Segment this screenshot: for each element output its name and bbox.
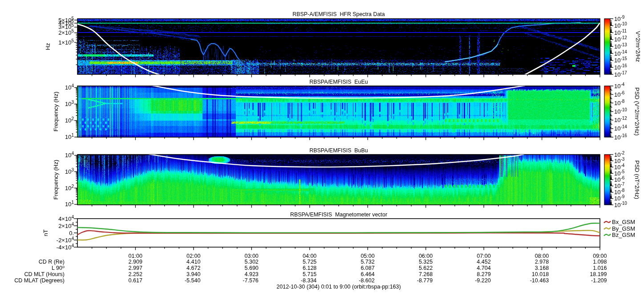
svg-text:10-13: 10-13 [614,42,627,50]
svg-text:4.704: 4.704 [477,265,490,271]
svg-text:PSD (nT^2/Hz): PSD (nT^2/Hz) [634,160,640,199]
svg-text:3.168: 3.168 [535,265,549,271]
svg-text:6.464: 6.464 [360,271,374,277]
svg-text:07:00: 07:00 [477,253,490,259]
svg-text:-4×104: -4×104 [57,243,74,251]
svg-text:05:00: 05:00 [360,253,374,259]
svg-text:V^2/m^2/Hz: V^2/m^2/Hz [635,31,641,62]
svg-text:102: 102 [65,116,74,124]
svg-text:-10.463: -10.463 [530,277,549,284]
svg-text:2×104: 2×104 [58,222,74,229]
svg-text:01:00: 01:00 [129,253,142,259]
svg-text:104: 104 [65,83,74,91]
svg-text:10-6: 10-6 [614,90,625,98]
svg-text:7.268: 7.268 [419,271,433,277]
svg-text:-8.779: -8.779 [417,277,433,284]
svg-text:6.128: 6.128 [303,265,316,271]
svg-text:-8.602: -8.602 [359,277,374,284]
svg-text:10-10: 10-10 [614,201,627,208]
svg-text:10-12: 10-12 [614,116,627,123]
svg-text:-5.540: -5.540 [185,277,200,284]
svg-text:10-12: 10-12 [614,35,627,43]
svg-text:8.279: 8.279 [477,271,490,277]
svg-text:-1.209: -1.209 [591,277,607,284]
svg-text:6.087: 6.087 [360,265,374,271]
svg-text:101: 101 [65,133,74,140]
svg-text:10-10: 10-10 [614,21,627,29]
svg-text:4.672: 4.672 [186,265,200,271]
svg-text:CD MLT (Hours): CD MLT (Hours) [24,271,65,277]
svg-text:02:00: 02:00 [186,253,200,259]
svg-text:5.732: 5.732 [360,259,374,265]
svg-text:103: 103 [65,100,74,107]
svg-text:09:00: 09:00 [593,253,607,259]
svg-text:3.940: 3.940 [186,271,200,277]
svg-text:06:00: 06:00 [419,253,433,259]
svg-text:2.252: 2.252 [129,271,142,277]
svg-text:nT: nT [42,229,49,236]
svg-text:08:00: 08:00 [535,253,549,259]
svg-text:5.302: 5.302 [245,259,259,265]
svg-text:5.725: 5.725 [303,259,316,265]
svg-text:4.410: 4.410 [186,259,200,265]
svg-text:PSD (V^2/m^2/Hz): PSD (V^2/m^2/Hz) [634,87,640,135]
svg-text:-9.220: -9.220 [475,277,490,284]
svg-text:10.018: 10.018 [532,271,549,277]
svg-text:4.923: 4.923 [245,271,259,277]
svg-text:10-8: 10-8 [614,99,625,106]
svg-text:4×104: 4×104 [58,215,74,222]
svg-text:101: 101 [65,200,74,208]
svg-text:-2×104: -2×104 [57,236,74,244]
svg-text:5.325: 5.325 [419,259,433,265]
svg-text:18.199: 18.199 [590,271,607,277]
svg-text:Frequency (Hz): Frequency (Hz) [53,92,59,132]
svg-text:1.016: 1.016 [593,265,607,271]
svg-text:CD R (Re): CD R (Re) [39,259,65,265]
svg-text:RBSPA/EMFISIS BuBu: RBSPA/EMFISIS BuBu [309,147,368,154]
svg-text:By_GSM: By_GSM [612,225,635,232]
svg-text:104: 104 [65,151,74,159]
svg-text:03:00: 03:00 [245,253,259,259]
svg-text:RBSP-A/EMFISIS HFR Spectra Da: RBSP-A/EMFISIS HFR Spectra Data [292,11,385,17]
svg-text:1×105: 1×105 [58,38,74,46]
svg-text:10-16: 10-16 [614,133,627,141]
svg-text:Bx_GSM: Bx_GSM [612,219,635,225]
svg-text:10-9: 10-9 [614,15,625,22]
svg-text:RBSPA/EMFISIS EuEu: RBSPA/EMFISIS EuEu [309,79,368,85]
svg-text:Bz_GSM: Bz_GSM [612,232,635,238]
svg-text:1.098: 1.098 [593,259,607,265]
svg-text:10-17: 10-17 [614,70,627,78]
svg-text:RBSPA/EMFISIS Magnetometer ve: RBSPA/EMFISIS Magnetometer vector [290,212,387,218]
svg-text:Hz: Hz [45,43,51,50]
svg-text:04:00: 04:00 [303,253,316,259]
svg-text:5.622: 5.622 [419,265,433,271]
svg-text:10-15: 10-15 [614,56,627,64]
svg-text:0.: 0. [69,230,74,236]
svg-text:2.978: 2.978 [535,259,549,265]
svg-text:-7.576: -7.576 [243,277,258,284]
svg-text:5.715: 5.715 [303,271,316,277]
svg-text:10-4: 10-4 [614,82,625,90]
svg-text:5.690: 5.690 [245,265,259,271]
svg-text:10-16: 10-16 [614,63,627,71]
svg-text:10-11: 10-11 [614,28,627,36]
svg-text:102: 102 [65,184,74,191]
svg-text:10-14: 10-14 [614,49,627,57]
svg-text:CD MLAT (Degrees): CD MLAT (Degrees) [14,277,65,284]
svg-text:-8.334: -8.334 [301,277,316,284]
svg-text:2012-10-30 (304) 0:01 to 9:00: 2012-10-30 (304) 0:01 to 9:00 (orbit:rbs… [276,284,401,290]
svg-text:4.452: 4.452 [477,259,490,265]
svg-text:2.997: 2.997 [129,265,142,271]
svg-text:10-14: 10-14 [614,124,627,132]
svg-text:L 90o: L 90o [52,265,65,271]
svg-text:2.909: 2.909 [129,259,142,265]
svg-text:103: 103 [65,167,74,175]
svg-text:Frequency (Hz): Frequency (Hz) [53,160,59,200]
svg-text:10-10: 10-10 [614,107,627,115]
svg-text:0.617: 0.617 [129,277,142,284]
